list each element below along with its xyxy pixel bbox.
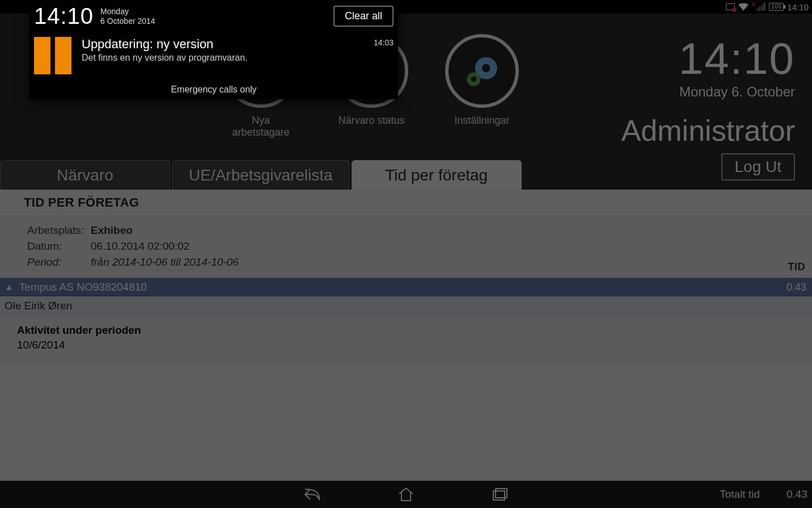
activity-title: Aktivitet under perioden xyxy=(17,324,795,337)
header-clock: 14:10 xyxy=(621,36,795,81)
presence-status-label: Närvaro status xyxy=(335,115,408,127)
activity-date: 10/6/2014 xyxy=(17,339,795,351)
recents-button[interactable] xyxy=(487,481,513,507)
company-row[interactable]: ▲ Tempus AS NO938204810 0.43 xyxy=(0,278,812,296)
person-row[interactable]: Ole Eirik Øren xyxy=(0,296,812,316)
company-tid: 0.43 xyxy=(786,282,806,293)
notification-title: Uppdatering: ny version xyxy=(82,37,363,52)
shade-weekday: Monday xyxy=(100,7,155,16)
chevron-up-icon: ▲ xyxy=(5,282,14,292)
no-signal-badge: x xyxy=(752,0,756,8)
back-icon xyxy=(303,487,320,502)
logout-button[interactable]: Log Ut xyxy=(721,153,796,180)
tab-tid-per-foretag[interactable]: Tid per företag xyxy=(352,160,522,190)
shade-date: Monday 6 October 2014 xyxy=(100,7,155,26)
content-panel: TID PER FÖRETAG Arbetsplats: Exhibeo Dat… xyxy=(0,190,812,481)
report-meta: Arbetsplats: Exhibeo Datum: 06.10.2014 0… xyxy=(0,216,812,278)
company-name: Tempus AS NO938204810 xyxy=(19,281,147,293)
shade-clock: 14:10 xyxy=(34,3,94,29)
system-nav-bar xyxy=(0,481,812,508)
clear-all-button[interactable]: Clear all xyxy=(333,6,394,27)
date-label: Datum: xyxy=(27,239,90,254)
tab-ue-arbetsgivarelista[interactable]: UE/Arbetsgivarelista xyxy=(172,160,349,190)
recents-icon xyxy=(492,488,508,501)
period-value: från 2014-10-06 till 2014-10-06 xyxy=(91,255,239,270)
pause-icon xyxy=(34,37,71,74)
date-value: 06.10.2014 02:00:02 xyxy=(91,239,239,254)
svg-point-7 xyxy=(471,77,477,82)
new-workers-label: Nya arbetstagare xyxy=(224,115,298,138)
cell-signal-icon xyxy=(756,3,766,11)
notification-subtitle: Det finns en ny version av programvaran. xyxy=(82,53,363,63)
panel-heading: TID PER FÖRETAG xyxy=(0,190,812,216)
status-clock: 14:10 xyxy=(787,2,809,12)
header-date: Monday 6. October xyxy=(621,84,795,100)
wifi-icon xyxy=(738,3,748,11)
person-name: Ole Eirik Øren xyxy=(5,300,72,312)
tabs: Närvaro UE/Arbetsgivarelista Tid per för… xyxy=(0,160,522,190)
shade-fulldate: 6 October 2014 xyxy=(100,16,155,26)
settings-button[interactable]: Inställningar xyxy=(445,34,519,127)
emergency-calls-label: Emergency calls only xyxy=(34,85,394,95)
settings-icon xyxy=(445,34,519,108)
back-button[interactable] xyxy=(299,481,325,507)
workplace-label: Arbetsplats: xyxy=(27,223,90,238)
tid-column-header: TID xyxy=(788,261,806,273)
sim-missing-icon xyxy=(726,3,735,10)
svg-point-5 xyxy=(482,64,490,73)
notification-timestamp: 14:03 xyxy=(374,38,394,47)
activity-block: Aktivitet under perioden 10/6/2014 xyxy=(0,316,812,362)
settings-label: Inställningar xyxy=(445,115,519,127)
header-role: Administrator xyxy=(621,114,795,148)
battery-indicator: 100 xyxy=(769,3,784,11)
home-button[interactable] xyxy=(393,481,419,507)
workplace-value: Exhibeo xyxy=(91,223,239,238)
header-info: 14:10 Monday 6. October Administrator Lo… xyxy=(621,36,795,180)
notification-item[interactable]: Uppdatering: ny version Det finns en ny … xyxy=(34,37,394,74)
period-label: Period: xyxy=(27,255,90,270)
notification-shade[interactable]: 14:10 Monday 6 October 2014 Clear all Up… xyxy=(29,0,398,99)
tab-narvaro[interactable]: Närvaro xyxy=(0,160,170,190)
home-icon xyxy=(398,487,414,502)
